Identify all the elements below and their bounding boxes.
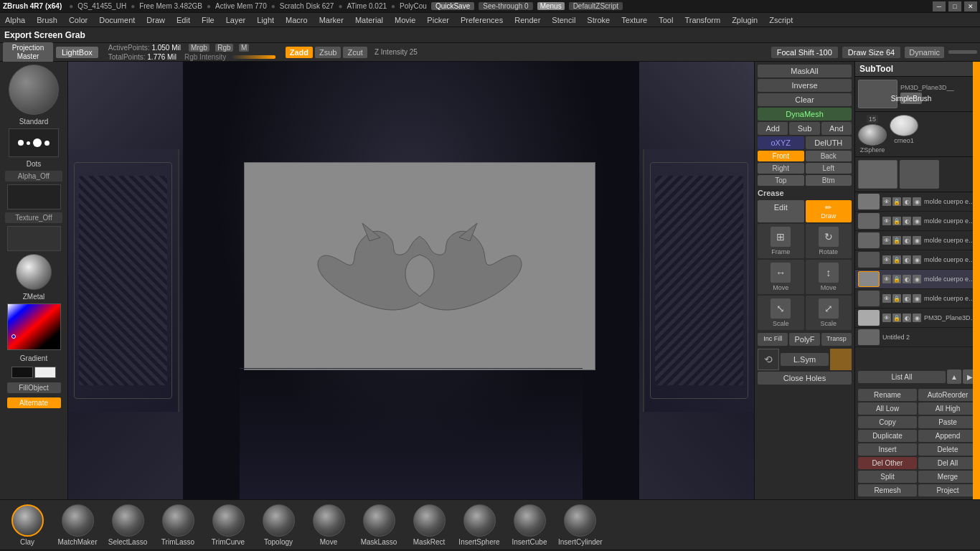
back-button[interactable]: Back bbox=[806, 151, 852, 161]
eye-icon-4[interactable]: 👁 bbox=[882, 275, 891, 283]
project-button[interactable]: Project bbox=[918, 484, 977, 496]
close-holes-button[interactable]: Close Holes bbox=[758, 372, 852, 385]
dots-preview[interactable] bbox=[9, 128, 59, 157]
incfill-button[interactable]: Inc Fill bbox=[758, 333, 788, 346]
brush-insertcube[interactable]: InsertCube bbox=[508, 504, 551, 546]
brush-selectlasso[interactable]: SelectLasso bbox=[106, 504, 149, 546]
and-button[interactable]: And bbox=[821, 122, 852, 135]
color-icon-2[interactable]: ◐ bbox=[903, 236, 911, 245]
subtool-item-5[interactable]: 👁 🔒 ◐ ◉ molde cuerpo entero bbox=[855, 289, 980, 309]
menu-zscript[interactable]: Zscript bbox=[767, 14, 795, 26]
menu-material[interactable]: Material bbox=[353, 14, 385, 26]
remesh-button[interactable]: Remesh bbox=[858, 484, 917, 496]
menu-marker[interactable]: Marker bbox=[317, 14, 346, 26]
paste-button[interactable]: Paste bbox=[918, 416, 977, 428]
subtool-item-1[interactable]: 👁 🔒 ◐ ◉ molde cuerpo entero4_5 bbox=[855, 212, 980, 231]
focal-shift[interactable]: Focal Shift -100 bbox=[771, 47, 838, 58]
brush-insertcylinder[interactable]: InsertCylinder bbox=[558, 504, 603, 546]
del-other-button[interactable]: Del Other bbox=[858, 457, 917, 469]
menu-color[interactable]: Color bbox=[67, 14, 90, 26]
thumb1[interactable] bbox=[858, 160, 897, 189]
eye-icon-1[interactable]: 👁 bbox=[882, 217, 891, 225]
view-icon-4[interactable]: ◉ bbox=[913, 275, 921, 283]
rename-button[interactable]: Rename bbox=[858, 389, 917, 401]
menu-stroke[interactable]: Stroke bbox=[585, 14, 612, 26]
split-button[interactable]: Split bbox=[858, 471, 917, 483]
subtool-item-6[interactable]: 👁 🔒 ◐ ◉ PM3D_Plane3D_1 bbox=[855, 309, 980, 328]
delete-button[interactable]: Delete bbox=[918, 443, 977, 456]
all-high-button[interactable]: All High bbox=[918, 402, 977, 415]
insert-button[interactable]: Insert bbox=[858, 443, 917, 456]
maximize-button[interactable]: □ bbox=[948, 1, 961, 11]
front-button[interactable]: Front bbox=[758, 151, 804, 161]
menu-texture[interactable]: Texture bbox=[619, 14, 649, 26]
lock-icon-3[interactable]: 🔒 bbox=[892, 255, 901, 264]
menu-movie[interactable]: Movie bbox=[392, 14, 418, 26]
xyz-button[interactable]: oXYZ bbox=[758, 136, 804, 149]
brush-topology[interactable]: Topology bbox=[257, 504, 300, 546]
menu-preferences[interactable]: Preferences bbox=[458, 14, 505, 26]
frame-tool[interactable]: ⊞ Frame bbox=[758, 224, 804, 258]
brush-insertsphere[interactable]: InsertSphere bbox=[458, 504, 501, 546]
lock-icon-1[interactable]: 🔒 bbox=[892, 217, 901, 225]
alternate-button[interactable]: Alternate bbox=[7, 397, 61, 408]
scale-y-tool[interactable]: ⤢ Scale bbox=[806, 296, 852, 330]
brush-masklasso[interactable]: MaskLasso bbox=[357, 504, 400, 546]
lightbox-button[interactable]: LightBox bbox=[56, 47, 98, 58]
menus-button[interactable]: Menus bbox=[537, 2, 565, 10]
sub-button[interactable]: Sub bbox=[789, 122, 819, 135]
list-up-arrow[interactable]: ▲ bbox=[947, 369, 961, 384]
list-all-button[interactable]: List All bbox=[858, 371, 946, 383]
zadd-button[interactable]: Zadd bbox=[286, 47, 313, 58]
color-picker[interactable] bbox=[7, 303, 61, 350]
subtool-item-7[interactable]: Untitled 2 bbox=[855, 328, 980, 347]
brush-move[interactable]: Move bbox=[307, 504, 350, 546]
eye-icon-0[interactable]: 👁 bbox=[882, 197, 891, 206]
menu-document[interactable]: Document bbox=[97, 14, 137, 26]
texture-off-button[interactable]: Texture_Off bbox=[5, 212, 62, 223]
brush-preview[interactable] bbox=[9, 65, 59, 115]
menu-alpha[interactable]: Alpha bbox=[3, 14, 27, 26]
alpha-off-button[interactable]: Alpha_Off bbox=[5, 171, 62, 182]
menu-stencil[interactable]: Stencil bbox=[550, 14, 578, 26]
view-icon-2[interactable]: ◉ bbox=[913, 236, 921, 245]
scale-x-tool[interactable]: ⤡ Scale bbox=[758, 296, 804, 330]
zcut-button[interactable]: Zcut bbox=[343, 47, 367, 58]
eye-icon-5[interactable]: 👁 bbox=[882, 294, 891, 303]
lock-icon-6[interactable]: 🔒 bbox=[892, 314, 901, 322]
subtool-item-2[interactable]: 👁 🔒 ◐ ◉ molde cuerpo entero4_4 bbox=[855, 231, 980, 250]
quicksave-button[interactable]: QuickSave bbox=[431, 2, 474, 10]
menu-edit[interactable]: Edit bbox=[174, 14, 192, 26]
lock-icon-5[interactable]: 🔒 bbox=[892, 294, 901, 303]
subtool-item-3[interactable]: 👁 🔒 ◐ ◉ molde cuerpo entero4_8 bbox=[855, 250, 980, 270]
top-button[interactable]: Top bbox=[758, 175, 804, 186]
edit-button[interactable]: Edit bbox=[758, 200, 804, 222]
black-swatch[interactable] bbox=[11, 367, 33, 378]
move-y-tool[interactable]: ↕ Move bbox=[806, 260, 852, 294]
inverse-button[interactable]: Inverse bbox=[758, 79, 852, 92]
rotate-tool[interactable]: ↻ Rotate bbox=[806, 224, 852, 258]
menu-transform[interactable]: Transform bbox=[682, 14, 722, 26]
color-icon-6[interactable]: ◐ bbox=[903, 314, 911, 322]
copy-button[interactable]: Copy bbox=[858, 416, 917, 428]
view-icon-5[interactable]: ◉ bbox=[913, 294, 921, 303]
auto-reorder-button[interactable]: AutoReorder bbox=[918, 389, 977, 401]
lock-icon-4[interactable]: 🔒 bbox=[892, 275, 901, 283]
menu-brush[interactable]: Brush bbox=[34, 14, 60, 26]
eye-icon-6[interactable]: 👁 bbox=[882, 314, 891, 322]
color-icon-1[interactable]: ◐ bbox=[903, 217, 911, 225]
draw-size[interactable]: Draw Size 64 bbox=[842, 47, 900, 58]
dynamic-button[interactable]: Dynamic bbox=[905, 47, 944, 58]
thumb2[interactable] bbox=[900, 160, 939, 189]
fill-object-button[interactable]: FillObject bbox=[7, 382, 61, 393]
subtool-scroll[interactable]: 👁 🔒 ◐ ◉ molde cuerpo entero4 👁 🔒 ◐ ◉ mol… bbox=[855, 192, 980, 367]
eye-icon-3[interactable]: 👁 bbox=[882, 255, 891, 264]
zsub-button[interactable]: Zsub bbox=[315, 47, 341, 58]
draw-button[interactable]: ✏ Draw bbox=[806, 200, 852, 222]
dynamesh-button[interactable]: DynaMesh bbox=[758, 108, 852, 121]
btm-button[interactable]: Btm bbox=[806, 175, 852, 186]
close-button[interactable]: ✕ bbox=[964, 1, 977, 11]
add-button[interactable]: Add bbox=[758, 122, 788, 135]
crneo-thumb[interactable] bbox=[890, 115, 918, 136]
deluth-button[interactable]: DelUTH bbox=[806, 136, 852, 149]
